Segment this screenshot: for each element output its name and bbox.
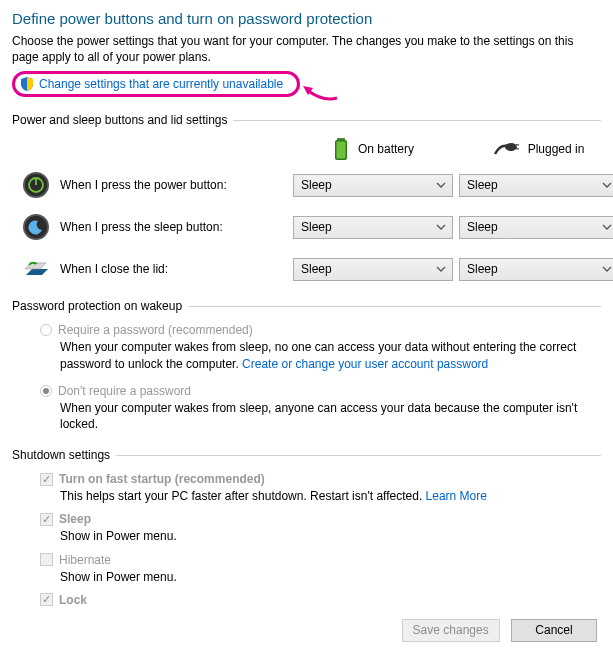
sleep-checkbox: ✓ Sleep [40, 512, 601, 526]
fast-startup-label: Turn on fast startup (recommended) [59, 472, 265, 486]
svg-rect-2 [336, 142, 345, 159]
section-header: Password protection on wakeup [12, 299, 182, 313]
radio-icon [40, 324, 52, 336]
power-button-label: When I press the power button: [60, 178, 227, 192]
sleep-button-row: When I press the sleep button: Sleep Sle… [12, 213, 601, 241]
save-button: Save changes [402, 619, 500, 642]
svg-rect-4 [516, 144, 519, 146]
dont-require-password-label: Don't require a password [58, 384, 191, 398]
hibernate-label: Hibernate [59, 553, 111, 567]
plugged-in-label: Plugged in [528, 142, 585, 156]
section-header: Shutdown settings [12, 448, 110, 462]
power-sleep-section: Power and sleep buttons and lid settings… [12, 113, 601, 283]
annotation-arrow-icon [301, 80, 339, 104]
sleep-button-icon [22, 213, 50, 241]
column-headers: On battery Plugged in [12, 137, 601, 161]
learn-more-link[interactable]: Learn More [426, 489, 487, 503]
shutdown-settings-section: Shutdown settings ✓ Turn on fast startup… [12, 448, 601, 607]
sleep-desc: Show in Power menu. [60, 528, 601, 544]
power-button-row: When I press the power button: Sleep Sle… [12, 171, 601, 199]
dont-require-password-radio: Don't require a password [40, 384, 601, 398]
require-password-label: Require a password (recommended) [58, 323, 253, 337]
require-password-desc: When your computer wakes from sleep, no … [60, 339, 601, 371]
radio-icon [40, 385, 52, 397]
divider [116, 455, 601, 456]
sleep-label: Sleep [59, 512, 91, 526]
shield-icon [19, 76, 35, 92]
chevron-down-icon [436, 180, 446, 190]
require-password-radio: Require a password (recommended) [40, 323, 601, 337]
password-protection-section: Password protection on wakeup Require a … [12, 299, 601, 432]
svg-point-3 [505, 143, 517, 151]
close-lid-row: When I close the lid: Sleep Sleep [12, 255, 601, 283]
intro-text: Choose the power settings that you want … [12, 33, 601, 65]
chevron-down-icon [602, 222, 612, 232]
on-battery-label: On battery [358, 142, 414, 156]
lock-label: Lock [59, 593, 87, 607]
sleep-button-label: When I press the sleep button: [60, 220, 223, 234]
sleep-button-battery-combo[interactable]: Sleep [293, 216, 453, 239]
close-lid-battery-combo[interactable]: Sleep [293, 258, 453, 281]
cancel-button[interactable]: Cancel [511, 619, 597, 642]
power-button-icon [22, 171, 50, 199]
checkbox-icon: ✓ [40, 473, 53, 486]
hibernate-desc: Show in Power menu. [60, 569, 601, 585]
svg-rect-5 [516, 148, 519, 150]
hibernate-checkbox: Hibernate [40, 553, 601, 567]
battery-icon [332, 137, 350, 161]
change-settings-highlight: Change settings that are currently unava… [12, 71, 300, 97]
svg-rect-0 [337, 138, 345, 140]
checkbox-icon: ✓ [40, 513, 53, 526]
fast-startup-desc: This helps start your PC faster after sh… [60, 488, 601, 504]
checkbox-icon [40, 553, 53, 566]
chevron-down-icon [436, 264, 446, 274]
chevron-down-icon [602, 264, 612, 274]
footer-buttons: Save changes Cancel [12, 609, 601, 642]
chevron-down-icon [436, 222, 446, 232]
power-button-plugged-combo[interactable]: Sleep [459, 174, 613, 197]
checkbox-icon: ✓ [40, 593, 53, 606]
change-settings-link[interactable]: Change settings that are currently unava… [39, 77, 283, 91]
dont-require-password-desc: When your computer wakes from sleep, any… [60, 400, 601, 432]
sleep-button-plugged-combo[interactable]: Sleep [459, 216, 613, 239]
close-lid-label: When I close the lid: [60, 262, 168, 276]
chevron-down-icon [602, 180, 612, 190]
close-lid-icon [22, 255, 50, 283]
create-password-link[interactable]: Create or change your user account passw… [242, 357, 488, 371]
lock-checkbox: ✓ Lock [40, 593, 601, 607]
close-lid-plugged-combo[interactable]: Sleep [459, 258, 613, 281]
divider [233, 120, 601, 121]
fast-startup-checkbox: ✓ Turn on fast startup (recommended) [40, 472, 601, 486]
page-title: Define power buttons and turn on passwor… [12, 10, 601, 27]
divider [188, 306, 601, 307]
section-header: Power and sleep buttons and lid settings [12, 113, 227, 127]
plug-icon [494, 140, 520, 158]
power-button-battery-combo[interactable]: Sleep [293, 174, 453, 197]
